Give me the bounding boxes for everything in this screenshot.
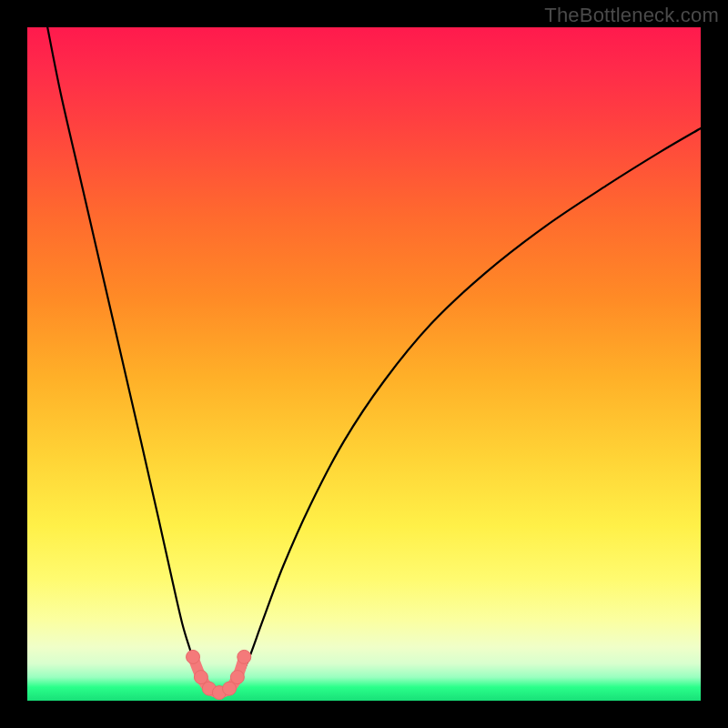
- marker-dot: [230, 671, 244, 684]
- marker-dot: [223, 682, 237, 695]
- chart-frame: TheBottleneck.com: [0, 0, 728, 728]
- curve-left-branch: [47, 27, 207, 689]
- watermark-text: TheBottleneck.com: [544, 4, 719, 27]
- curve-right-branch: [235, 128, 701, 689]
- marker-dots: [187, 650, 251, 699]
- plot-area: [27, 27, 701, 701]
- marker-dot: [194, 671, 207, 684]
- marker-dot: [238, 650, 251, 663]
- marker-dot: [187, 650, 200, 663]
- chart-svg: [27, 27, 701, 701]
